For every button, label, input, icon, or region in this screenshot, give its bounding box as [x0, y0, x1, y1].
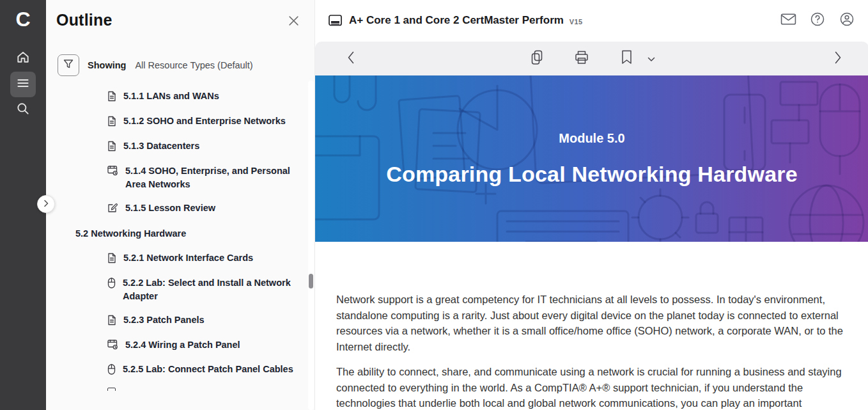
chevron-right-icon: [43, 198, 49, 210]
outline-item-label: 5.2.1 Network Interface Cards: [123, 251, 253, 265]
outline-list: 5.1.1 LANs and WANs 5.1.2 SOHO and Enter…: [46, 90, 304, 391]
outline-item-label: 5.2.4 Wiring a Patch Panel: [125, 338, 240, 352]
account-button[interactable]: [838, 12, 856, 29]
copy-icon: [531, 50, 543, 68]
outline-item-label: 5.1.4 SOHO, Enterprise, and Personal Are…: [125, 164, 294, 191]
main-area: A+ Core 1 and Core 2 CertMaster Perform …: [314, 0, 868, 410]
collapse-panel-button[interactable]: [37, 195, 55, 213]
outline-item-label: 5.2.5 Lab: Connect Patch Panel Cables: [123, 363, 293, 376]
outline-scrollbar-track[interactable]: [308, 81, 314, 410]
document-icon: [107, 253, 116, 266]
home-icon: [16, 50, 30, 67]
lesson-content: Network support is a great competency fo…: [336, 242, 855, 410]
outline-item[interactable]: 5.2.1 Network Interface Cards: [46, 251, 304, 266]
content-toolbar: [315, 42, 868, 75]
bookmark-menu-button[interactable]: [644, 47, 658, 70]
print-icon: [574, 50, 589, 68]
copy-button[interactable]: [525, 47, 548, 70]
module-title: Comparing Local Networking Hardware: [386, 162, 798, 187]
close-icon: [288, 15, 299, 29]
bookmark-icon: [621, 50, 632, 67]
search-button[interactable]: [10, 97, 36, 123]
book-icon: [328, 13, 343, 28]
outline-item-label: 5.2.3 Patch Panels: [123, 313, 205, 327]
document-icon: [107, 91, 116, 104]
module-banner: Module 5.0 Comparing Local Networking Ha…: [315, 75, 868, 242]
document-icon: [107, 315, 116, 328]
filter-value: All Resource Types (Default): [135, 60, 252, 70]
home-button[interactable]: [10, 45, 36, 71]
close-outline-button[interactable]: [284, 12, 303, 31]
outline-item-label: 5.1.2 SOHO and Enterprise Networks: [123, 114, 286, 128]
mail-icon: [780, 13, 796, 28]
previous-page-button[interactable]: [339, 47, 362, 70]
outline-item[interactable]: 5.2.3 Patch Panels: [46, 313, 304, 328]
outline-item[interactable]: 5.1.2 SOHO and Enterprise Networks: [46, 114, 304, 129]
outline-section-label[interactable]: 5.2 Networking Hardware: [46, 227, 304, 240]
outline-item[interactable]: 5.2.5 Lab: Connect Patch Panel Cables: [46, 363, 304, 377]
outline-item[interactable]: 5.1.5 Lesson Review: [46, 201, 304, 216]
outline-panel: Outline Showing All Resource Types (Defa…: [46, 0, 314, 410]
help-icon: [810, 12, 825, 29]
app-window: C Outline: [0, 0, 868, 410]
document-icon: [107, 388, 116, 391]
header-actions: [779, 12, 856, 29]
document-icon: [107, 116, 116, 129]
outline-item[interactable]: 5.1.1 LANs and WANs: [46, 90, 304, 104]
messages-button[interactable]: [779, 12, 797, 29]
document-icon: [107, 141, 116, 154]
search-icon: [16, 102, 30, 118]
user-icon: [839, 12, 855, 29]
chevron-left-icon: [347, 51, 355, 67]
filter-icon: [63, 58, 74, 72]
next-page-button[interactable]: [826, 47, 849, 70]
outline-item-label: 5.1.1 LANs and WANs: [123, 90, 219, 103]
filter-showing-label: Showing: [88, 60, 126, 70]
video-icon: [107, 166, 118, 178]
outline-item-label: 5.2.2 Lab: Select and Install a Network …: [123, 276, 294, 303]
chevron-right-icon: [834, 51, 842, 67]
menu-icon: [17, 77, 29, 92]
outline-item-label: 5.1.5 Lesson Review: [125, 201, 215, 215]
course-title: A+ Core 1 and Core 2 CertMaster Perform: [349, 14, 564, 27]
outline-item[interactable]: 5.1.4 SOHO, Enterprise, and Personal Are…: [46, 164, 304, 191]
outline-scrollbar-thumb[interactable]: [309, 274, 313, 288]
filter-row: Showing All Resource Types (Default): [58, 54, 253, 76]
course-version-badge: V15: [570, 18, 583, 26]
bookmark-button[interactable]: [615, 47, 638, 70]
pencil-icon: [107, 203, 118, 216]
brand-logo: C: [0, 5, 46, 33]
course-header: A+ Core 1 and Core 2 CertMaster Perform …: [315, 0, 868, 41]
filter-button[interactable]: [58, 54, 79, 76]
outline-item[interactable]: 5.2.2 Lab: Select and Install a Network …: [46, 276, 304, 303]
outline-title: Outline: [56, 11, 112, 29]
module-number-label: Module 5.0: [559, 131, 624, 146]
video-icon: [107, 340, 118, 352]
outline-item-label: 5.1.3 Datacenters: [123, 139, 199, 153]
bookmark-group: [615, 47, 658, 70]
mouse-icon: [107, 278, 116, 291]
help-button[interactable]: [809, 12, 826, 29]
toolbar-center-group: [525, 47, 658, 70]
lesson-paragraph: The ability to connect, share, and commu…: [336, 364, 855, 410]
chevron-down-icon: [647, 53, 655, 65]
outline-item-partial[interactable]: [46, 388, 304, 391]
outline-item[interactable]: 5.1.3 Datacenters: [46, 139, 304, 154]
print-button[interactable]: [570, 47, 593, 70]
outline-item[interactable]: 5.2.4 Wiring a Patch Panel: [46, 338, 304, 352]
outline-menu-button[interactable]: [10, 72, 36, 97]
tech-pattern-decoration: [315, 75, 868, 242]
mouse-icon: [107, 364, 116, 377]
lesson-paragraph: Network support is a great competency fo…: [336, 292, 855, 354]
